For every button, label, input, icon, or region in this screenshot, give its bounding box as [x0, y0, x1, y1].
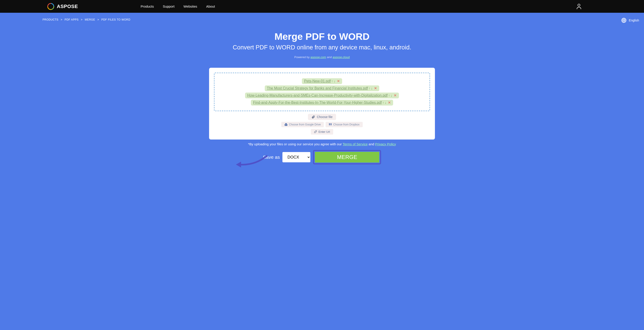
privacy-link[interactable]: Privacy Policy	[375, 142, 396, 146]
legal-text: *By uploading your files or using our se…	[0, 142, 644, 146]
file-name-link[interactable]: The Most Crucial Strategy for Banks and …	[267, 86, 368, 90]
move-down-icon[interactable]: ↓	[334, 79, 336, 83]
google-drive-label: Choose from Google Drive	[289, 123, 321, 126]
breadcrumb: PRODUCTS > PDF APPS > MERGE > PDF FILES …	[42, 18, 644, 21]
move-down-icon[interactable]: ↓	[385, 100, 386, 104]
brand-text: ASPOSE	[57, 4, 78, 10]
aspose-cloud-link[interactable]: aspose.cloud	[332, 56, 350, 59]
main-content: PRODUCTS > PDF APPS > MERGE > PDF FILES …	[0, 13, 644, 176]
link-icon	[314, 130, 317, 133]
breadcrumb-merge[interactable]: MERGE	[85, 18, 95, 21]
page-title: Merge PDF to WORD	[0, 31, 644, 42]
upload-card: Pets-New-01.pdf ↑ ↓ ✕ The Most Crucial S…	[209, 68, 435, 140]
file-item: Pets-New-01.pdf ↑ ↓ ✕	[302, 78, 342, 84]
breadcrumb-sep: >	[60, 18, 62, 21]
dropbox-button[interactable]: Choose from Dropbox	[326, 122, 362, 127]
breadcrumb-sep: >	[98, 18, 99, 21]
language-selector[interactable]: English	[621, 18, 639, 23]
breadcrumb-products[interactable]: PRODUCTS	[42, 18, 58, 21]
move-down-icon[interactable]: ↓	[371, 86, 373, 90]
remove-file-icon[interactable]: ✕	[394, 94, 397, 98]
header: ASPOSE Products Support Websites About	[0, 0, 644, 13]
breadcrumb-sep: >	[81, 18, 83, 21]
google-drive-button[interactable]: Choose from Google Drive	[281, 122, 324, 127]
move-up-icon[interactable]: ↑	[368, 86, 370, 90]
remove-file-icon[interactable]: ✕	[374, 86, 377, 90]
move-up-icon[interactable]: ↑	[332, 79, 333, 83]
user-icon	[576, 4, 582, 10]
file-item: The Most Crucial Strategy for Banks and …	[265, 86, 380, 91]
nav-websites[interactable]: Websites	[183, 4, 197, 8]
breadcrumb-current: PDF FILES TO WORD	[101, 18, 130, 21]
dropbox-label: Choose from Dropbox	[333, 123, 359, 126]
save-as-label: Save as	[263, 154, 280, 160]
brand-logo[interactable]: ASPOSE	[47, 3, 78, 10]
nav-products[interactable]: Products	[141, 4, 154, 8]
nav-about[interactable]: About	[206, 4, 215, 8]
file-name-link[interactable]: How-Leading-Manufacturers-and-SMEs-Can-I…	[247, 94, 388, 98]
language-label: English	[629, 18, 639, 22]
aspose-logo-icon	[47, 3, 54, 10]
enter-url-label: Enter Url	[318, 130, 330, 134]
enter-url-button[interactable]: Enter Url	[311, 129, 333, 134]
tos-link[interactable]: Terms of Service	[342, 142, 368, 146]
move-up-icon[interactable]: ↑	[382, 100, 384, 104]
format-select[interactable]: DOCX	[282, 152, 310, 162]
choose-file-button[interactable]: Choose file	[308, 114, 336, 120]
dropbox-icon	[329, 123, 332, 126]
aspose-com-link[interactable]: aspose.com	[310, 56, 326, 59]
globe-icon	[621, 18, 626, 23]
move-up-icon[interactable]: ↑	[388, 94, 390, 97]
svg-point-6	[578, 4, 580, 6]
file-name-link[interactable]: Find-and-Apply-For-the-Best-Institutes-I…	[253, 100, 382, 105]
move-down-icon[interactable]: ↓	[391, 94, 392, 97]
choose-file-label: Choose file	[317, 115, 332, 119]
user-account-button[interactable]	[576, 4, 582, 10]
nav-support[interactable]: Support	[163, 4, 175, 8]
attachment-icon	[312, 115, 315, 119]
file-name-link[interactable]: Pets-New-01.pdf	[304, 79, 331, 83]
file-item: Find-and-Apply-For-the-Best-Institutes-I…	[251, 100, 393, 106]
main-nav: Products Support Websites About	[141, 4, 215, 8]
save-merge-row: Save as DOCX MERGE	[0, 150, 644, 164]
file-dropzone[interactable]: Pets-New-01.pdf ↑ ↓ ✕ The Most Crucial S…	[214, 73, 430, 111]
breadcrumb-pdf-apps[interactable]: PDF APPS	[64, 18, 79, 21]
page-subtitle: Convert PDF to WORD online from any devi…	[230, 43, 414, 52]
file-item: How-Leading-Manufacturers-and-SMEs-Can-I…	[245, 92, 399, 98]
remove-file-icon[interactable]: ✕	[337, 79, 340, 83]
merge-button[interactable]: MERGE	[315, 152, 379, 162]
remove-file-icon[interactable]: ✕	[388, 100, 391, 105]
powered-by: Powered by aspose.com and aspose.cloud	[0, 56, 644, 59]
merge-highlight: MERGE	[313, 150, 381, 164]
google-drive-icon	[284, 123, 288, 126]
